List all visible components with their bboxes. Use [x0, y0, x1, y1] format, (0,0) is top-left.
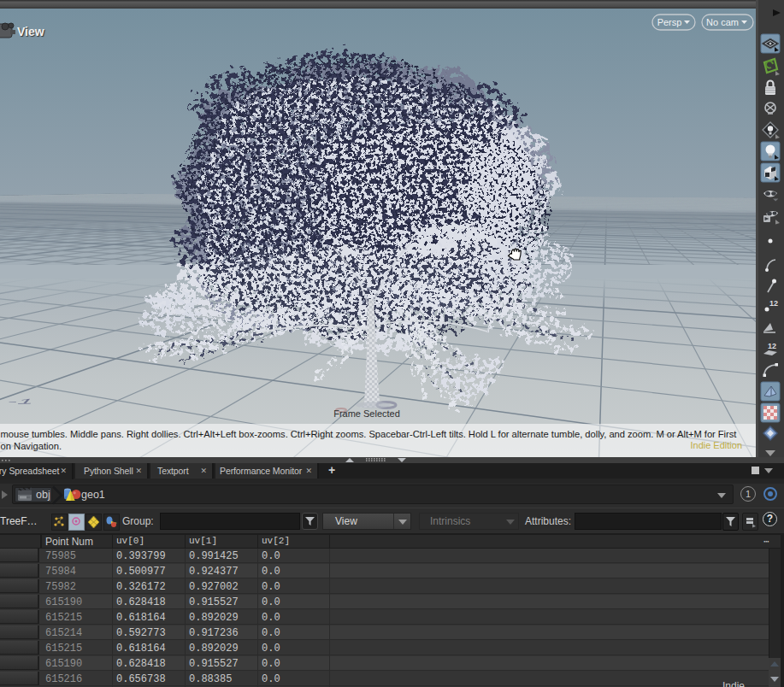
svg-text:Indie Edition: Indie Edition: [690, 440, 742, 450]
svg-text:No cam: No cam: [706, 17, 739, 27]
svg-text:12: 12: [769, 299, 778, 308]
svg-text:mouse tumbles. Middle pans. Ri: mouse tumbles. Middle pans. Right dollie…: [1, 429, 738, 439]
svg-text:Frame Selected: Frame Selected: [333, 408, 400, 419]
svg-text:View: View: [17, 25, 44, 38]
svg-text:on Navigation.: on Navigation.: [1, 441, 62, 451]
svg-text:Persp: Persp: [657, 17, 682, 27]
svg-text:12: 12: [768, 342, 776, 350]
